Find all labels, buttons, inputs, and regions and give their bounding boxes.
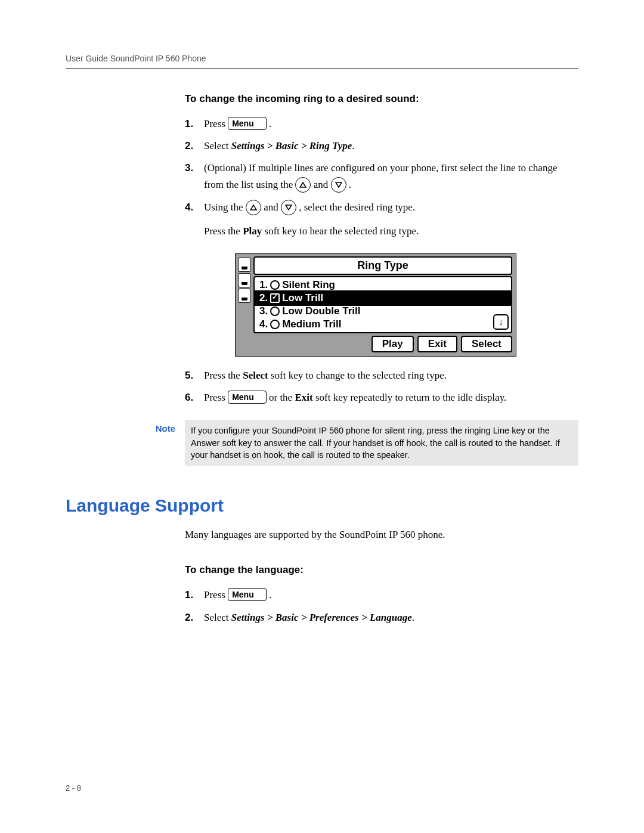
softkey-ref-select: Select <box>243 370 268 381</box>
step-body: Press the Select soft key to change to t… <box>204 367 566 383</box>
softkey-ref-exit: Exit <box>295 392 312 403</box>
svg-marker-0 <box>300 182 306 187</box>
step-body: Select Settings > Basic > Preferences > … <box>204 609 566 625</box>
step-number: 2. <box>185 138 198 154</box>
step-body: Press Menu . <box>204 587 566 603</box>
section-heading-language: Language Support <box>66 496 578 516</box>
list-item: 1. Silent Ring <box>255 278 511 292</box>
line-icon <box>238 289 251 303</box>
softkey-exit: Exit <box>417 336 457 352</box>
menu-key-icon: Menu <box>228 391 267 404</box>
subhead-change-ring: To change the incoming ring to a desired… <box>185 93 566 105</box>
page-header: User Guide SoundPoint IP 560 Phone <box>66 54 578 69</box>
down-arrow-icon <box>331 177 346 193</box>
line-icon <box>238 273 251 287</box>
step-number: 5. <box>185 367 198 383</box>
step-number: 3. <box>185 160 198 193</box>
up-arrow-icon <box>246 200 261 215</box>
step-body: Using the and , select the desired ring … <box>204 199 566 239</box>
step-number: 6. <box>185 389 198 405</box>
line-icon <box>238 258 251 272</box>
list-item: 3. Low Double Trill <box>255 305 511 318</box>
softkey-ref-play: Play <box>243 225 262 237</box>
page-number: 2 - 8 <box>66 784 81 792</box>
up-arrow-icon <box>295 177 311 193</box>
radio-checked-icon <box>270 293 280 303</box>
step-number: 4. <box>185 199 198 239</box>
radio-empty-icon <box>270 280 280 290</box>
svg-marker-1 <box>336 182 342 187</box>
screen-title: Ring Type <box>253 256 512 275</box>
menu-path: Settings > Basic > Ring Type <box>231 140 352 151</box>
note-label: Note <box>145 420 175 433</box>
scroll-down-icon: ↓ <box>493 314 509 330</box>
steps-change-language: 1. Press Menu . 2. Select Settings > Bas… <box>185 587 566 625</box>
step-body: Press Menu . <box>204 116 566 132</box>
svg-marker-2 <box>250 205 256 210</box>
subhead-change-language: To change the language: <box>185 564 566 576</box>
softkey-play: Play <box>371 336 414 352</box>
list-item-selected: 2. Low Trill <box>255 292 511 305</box>
down-arrow-icon <box>281 200 296 215</box>
step-number: 1. <box>185 587 198 603</box>
radio-empty-icon <box>270 320 280 329</box>
menu-key-icon: Menu <box>228 588 267 601</box>
note-box: If you configure your SoundPoint IP 560 … <box>185 420 578 466</box>
section-intro: Many languages are supported by the Soun… <box>185 527 578 543</box>
steps-change-ring-cont: 5. Press the Select soft key to change t… <box>185 367 566 405</box>
softkey-select: Select <box>461 336 512 352</box>
menu-path: Settings > Basic > Preferences > Languag… <box>231 612 412 623</box>
line-icons <box>238 256 250 352</box>
step-body: Press Menu or the Exit soft key repeated… <box>204 389 566 405</box>
radio-empty-icon <box>270 306 280 316</box>
screen-list: 1. Silent Ring 2. Low Trill 3. Low Doubl… <box>253 276 512 333</box>
step-number: 2. <box>185 609 198 625</box>
steps-change-ring: 1. Press Menu . 2. Select Settings > Bas… <box>185 116 566 239</box>
step-body: (Optional) If multiple lines are configu… <box>204 160 566 193</box>
phone-screenshot: Ring Type 1. Silent Ring 2. Low Trill 3.… <box>235 253 516 357</box>
step-body: Select Settings > Basic > Ring Type. <box>204 138 566 154</box>
svg-marker-3 <box>286 205 292 210</box>
list-item: 4. Medium Trill <box>255 318 511 331</box>
step-number: 1. <box>185 116 198 132</box>
menu-key-icon: Menu <box>228 117 267 130</box>
